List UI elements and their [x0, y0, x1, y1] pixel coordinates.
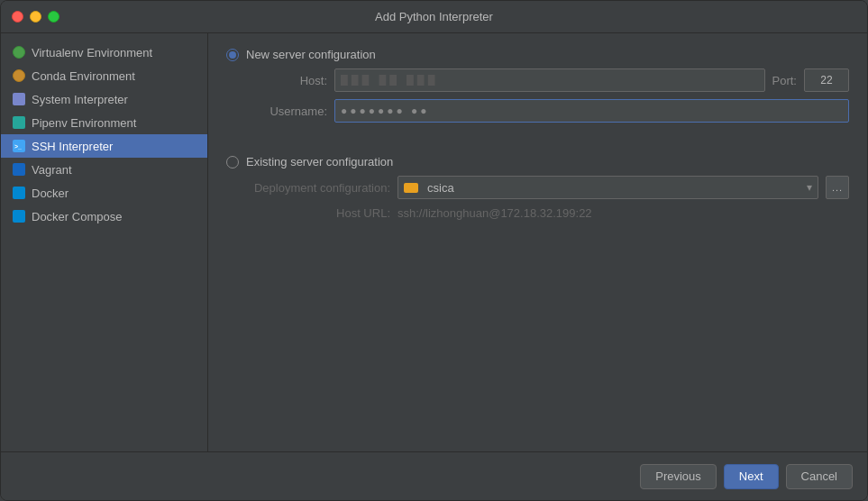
system-icon [12, 92, 26, 106]
previous-button[interactable]: Previous [640, 464, 717, 489]
main-panel: New server configuration Host: Port: Use… [208, 33, 867, 451]
existing-server-section: Existing server configuration Deployment… [226, 155, 849, 223]
port-label: Port: [772, 74, 797, 87]
docker-icon [12, 186, 26, 200]
existing-server-label: Existing server configuration [246, 155, 393, 169]
vagrant-icon [12, 162, 26, 177]
sidebar-label-vagrant: Vagrant [32, 163, 72, 177]
deployment-row: Deployment configuration: csica ▾ ... [246, 176, 849, 199]
traffic-lights [12, 11, 59, 23]
dialog-window: Add Python Interpreter Virtualenv Enviro… [0, 0, 868, 501]
deployment-label: Deployment configuration: [246, 181, 390, 195]
username-row: Username: [246, 99, 849, 123]
host-row: Host: Port: [246, 68, 849, 92]
previous-label: Previous [655, 469, 701, 483]
sidebar-item-pipenv[interactable]: Pipenv Environment [1, 111, 207, 134]
sidebar-label-virtualenv: Virtualenv Environment [32, 46, 152, 59]
sidebar-label-docker: Docker [32, 187, 69, 200]
new-server-label: New server configuration [246, 48, 376, 61]
title-bar: Add Python Interpreter [1, 1, 867, 33]
sidebar-item-conda[interactable]: Conda Environment [1, 64, 207, 87]
port-input[interactable] [804, 68, 849, 92]
new-server-section: New server configuration Host: Port: Use… [226, 48, 849, 130]
sidebar-label-pipenv: Pipenv Environment [32, 116, 136, 130]
pipenv-icon [12, 115, 26, 130]
host-url-row: Host URL: ssh://lizhonghuan@172.18.32.19… [246, 206, 849, 220]
conda-icon [12, 68, 26, 83]
username-input[interactable] [334, 99, 849, 123]
minimize-button[interactable] [30, 11, 41, 23]
deployment-select[interactable]: csica ▾ [397, 176, 818, 199]
existing-server-radio-option[interactable]: Existing server configuration [226, 155, 849, 169]
docker-compose-icon [12, 209, 26, 223]
ellipsis-label: ... [832, 182, 843, 193]
content-area: Virtualenv Environment Conda Environment… [1, 33, 867, 451]
sidebar-item-vagrant[interactable]: Vagrant [1, 158, 207, 181]
sidebar-label-docker-compose: Docker Compose [32, 210, 122, 223]
sidebar-label-ssh: SSH Interpreter [32, 140, 113, 153]
deploy-icon [404, 183, 418, 193]
sidebar-item-system[interactable]: System Interpreter [1, 87, 207, 111]
ssh-icon: >_ [12, 139, 26, 153]
svg-text:>_: >_ [14, 143, 22, 150]
sidebar-item-docker-compose[interactable]: Docker Compose [1, 205, 207, 228]
sidebar-label-conda: Conda Environment [32, 69, 135, 83]
dialog-title: Add Python Interpreter [375, 10, 493, 23]
sidebar-label-system: System Interpreter [32, 93, 128, 106]
host-input[interactable] [334, 68, 765, 92]
cancel-button[interactable]: Cancel [786, 464, 853, 489]
existing-server-radio[interactable] [226, 156, 239, 169]
sidebar: Virtualenv Environment Conda Environment… [1, 33, 208, 451]
username-label: Username: [246, 105, 327, 118]
virtualenv-icon [12, 45, 26, 59]
new-server-radio[interactable] [226, 49, 239, 61]
new-server-radio-option[interactable]: New server configuration [226, 48, 849, 61]
deployment-value: csica [427, 181, 454, 195]
next-label: Next [739, 469, 763, 483]
bottom-bar: Previous Next Cancel [1, 451, 867, 500]
maximize-button[interactable] [48, 11, 59, 23]
host-label: Host: [246, 74, 327, 87]
sidebar-item-docker[interactable]: Docker [1, 181, 207, 205]
deployment-ellipsis-button[interactable]: ... [826, 176, 849, 199]
sidebar-item-virtualenv[interactable]: Virtualenv Environment [1, 41, 207, 64]
next-button[interactable]: Next [724, 464, 779, 489]
host-url-value: ssh://lizhonghuan@172.18.32.199:22 [397, 206, 592, 220]
close-button[interactable] [12, 11, 23, 23]
cancel-label: Cancel [801, 469, 837, 483]
dropdown-arrow-icon: ▾ [807, 181, 812, 194]
host-url-label: Host URL: [246, 206, 390, 220]
sidebar-item-ssh[interactable]: >_ SSH Interpreter [1, 134, 207, 158]
